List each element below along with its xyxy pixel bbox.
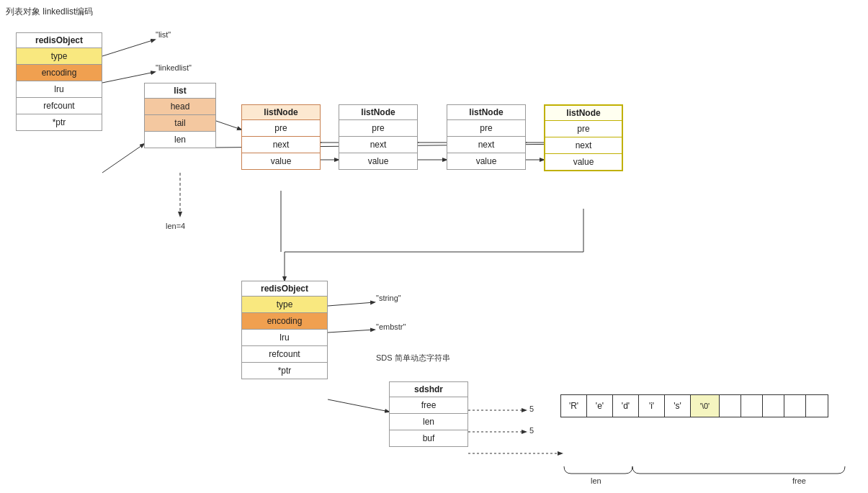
- list-node-1-title: listNode: [242, 105, 320, 119]
- list-node-1: listNode pre next value: [241, 104, 321, 170]
- redis-object-1-title: redisObject: [17, 33, 102, 48]
- redis-object-2-title: redisObject: [242, 281, 327, 296]
- len-num: 5: [529, 426, 534, 435]
- sds-array: 'R' 'e' 'd' 'i' 's' '\0': [560, 394, 828, 417]
- list-node-1-next: next: [242, 136, 320, 153]
- svg-line-1: [102, 72, 155, 83]
- sds-cell-d: 'd': [613, 395, 639, 417]
- string-label: "string": [376, 294, 401, 302]
- sds-cell-e2: [741, 395, 763, 417]
- redis-object-1: redisObject type encoding lru refcount *…: [16, 32, 102, 131]
- sds-label: SDS 简单动态字符串: [376, 353, 450, 363]
- list-node-3-pre: pre: [447, 119, 525, 136]
- list-tail: tail: [145, 114, 215, 131]
- sds-cell-null: '\0': [691, 395, 720, 417]
- sds-cell-e3: [763, 395, 784, 417]
- redis-object-2: redisObject type encoding lru refcount *…: [241, 281, 328, 379]
- list-node-4-next: next: [545, 137, 622, 153]
- list-head: head: [145, 98, 215, 114]
- list-node-1-pre: pre: [242, 119, 320, 136]
- list-node-3-next: next: [447, 136, 525, 153]
- redis-object-2-refcount: refcount: [242, 345, 327, 362]
- sds-free-label: free: [792, 476, 806, 485]
- svg-line-0: [102, 40, 155, 56]
- sds-cell-s: 's': [665, 395, 691, 417]
- svg-line-2: [102, 144, 144, 173]
- embstr-label: "embstr": [376, 322, 406, 331]
- svg-line-14: [328, 399, 389, 412]
- redis-object-1-ptr: *ptr: [17, 114, 102, 130]
- list-node-4-pre: pre: [545, 120, 622, 137]
- sds-len-label: len: [591, 476, 601, 485]
- list-node-3: listNode pre next value: [447, 104, 526, 170]
- sdshdr-title: sdshdr: [390, 382, 467, 397]
- sds-cell-R: 'R': [561, 395, 587, 417]
- sdshdr-buf: buf: [390, 430, 467, 446]
- sdshdr-box: sdshdr free len buf: [389, 381, 468, 447]
- list-node-3-value: value: [447, 153, 525, 169]
- redis-object-2-type: type: [242, 296, 327, 312]
- len-label: len=4: [166, 222, 185, 230]
- list-node-4: listNode pre next value: [544, 104, 623, 171]
- sdshdr-free: free: [390, 397, 467, 413]
- list-node-2-value: value: [339, 153, 417, 169]
- sdshdr-len: len: [390, 413, 467, 430]
- sds-cell-i: 'i': [639, 395, 665, 417]
- free-num: 5: [529, 404, 534, 413]
- list-node-2-pre: pre: [339, 119, 417, 136]
- list-len: len: [145, 131, 215, 148]
- linkedlist-label: "linkedlist": [156, 63, 192, 72]
- sds-cell-e4: [784, 395, 806, 417]
- list-label: "list": [156, 30, 171, 39]
- page-title: 列表对象 linkedlist编码: [6, 6, 93, 18]
- redis-object-2-lru: lru: [242, 329, 327, 345]
- list-box: list head tail len: [144, 83, 216, 148]
- list-node-2-next: next: [339, 136, 417, 153]
- redis-object-1-lru: lru: [17, 81, 102, 97]
- list-node-2: listNode pre next value: [339, 104, 418, 170]
- redis-object-2-encoding: encoding: [242, 312, 327, 329]
- redis-object-1-encoding: encoding: [17, 64, 102, 81]
- list-title: list: [145, 83, 215, 98]
- svg-line-3: [216, 121, 241, 130]
- list-node-2-title: listNode: [339, 105, 417, 119]
- list-node-1-value: value: [242, 153, 320, 169]
- svg-line-12: [328, 302, 375, 306]
- list-node-3-title: listNode: [447, 105, 525, 119]
- list-node-4-value: value: [545, 153, 622, 170]
- redis-object-1-refcount: refcount: [17, 97, 102, 114]
- list-node-4-title: listNode: [545, 106, 622, 120]
- sds-cell-e5: [806, 395, 828, 417]
- svg-line-13: [328, 330, 375, 333]
- sds-cell-e1: [720, 395, 741, 417]
- sds-cell-e: 'e': [587, 395, 613, 417]
- redis-object-1-type: type: [17, 48, 102, 64]
- redis-object-2-ptr: *ptr: [242, 362, 327, 379]
